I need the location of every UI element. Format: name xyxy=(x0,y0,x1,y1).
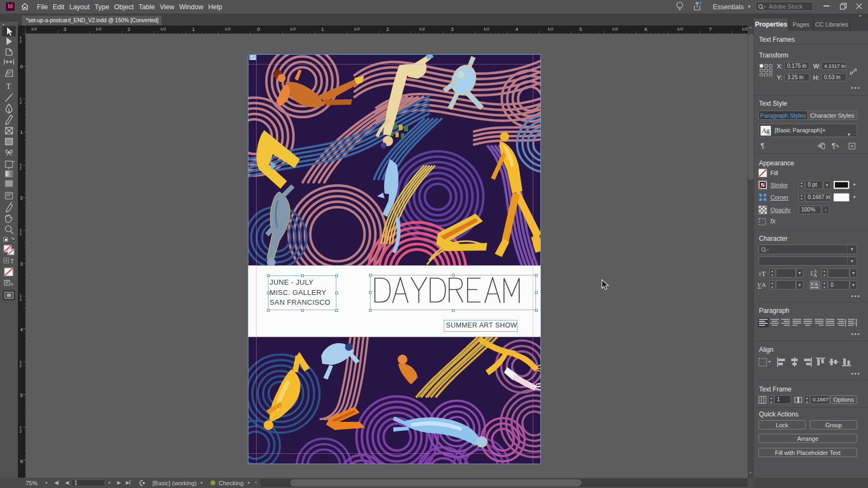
svg-text:T: T xyxy=(10,258,14,265)
svg-text:V: V xyxy=(810,281,814,287)
svg-text:V: V xyxy=(757,281,762,288)
svg-text:A: A xyxy=(762,281,766,288)
svg-text:A: A xyxy=(813,272,818,278)
svg-text:T: T xyxy=(6,82,11,91)
svg-text:A: A xyxy=(814,281,818,287)
